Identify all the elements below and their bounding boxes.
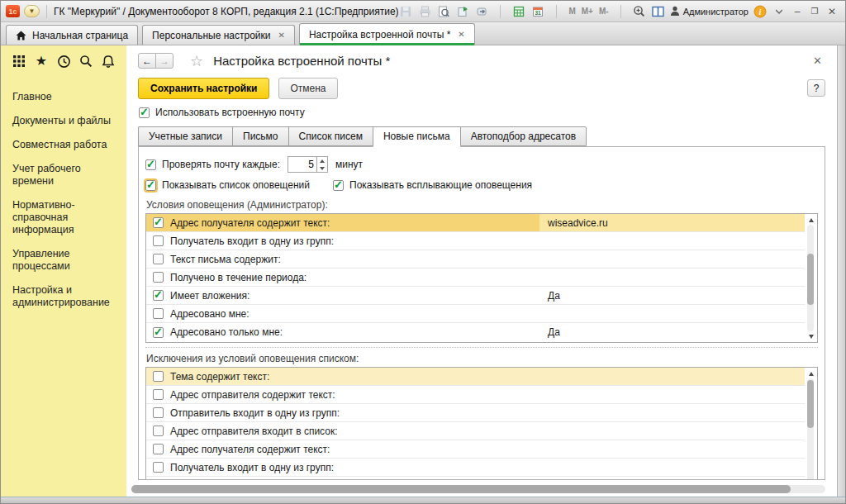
sidebar-item[interactable]: Нормативно-справочная информация xyxy=(1,193,126,242)
back-button[interactable]: ← xyxy=(138,53,156,69)
exclusion-row[interactable]: Тема содержит текст: xyxy=(146,368,805,386)
row-checkbox[interactable] xyxy=(153,389,164,400)
exclusion-row[interactable]: Адрес отправителя входит в список: xyxy=(146,422,805,440)
row-checkbox[interactable] xyxy=(153,235,164,246)
settings-tab[interactable]: Список писем xyxy=(288,126,373,146)
spinner-up-icon[interactable] xyxy=(317,157,327,164)
row-checkbox[interactable] xyxy=(153,444,164,454)
calculator-icon[interactable] xyxy=(511,4,526,18)
app-logo-1c-icon[interactable]: 1c xyxy=(6,5,20,17)
scroll-up-icon[interactable] xyxy=(805,369,817,378)
close-window-button[interactable]: ✕ xyxy=(825,6,839,17)
save-settings-button[interactable]: Сохранить настройки xyxy=(138,78,269,99)
exclusion-row[interactable]: Адрес получателя содержит текст: xyxy=(146,440,805,459)
row-checkbox[interactable] xyxy=(153,308,164,319)
conditions-scrollbar[interactable] xyxy=(805,214,817,342)
row-checkbox[interactable] xyxy=(153,426,164,436)
sidebar-item[interactable]: Учет рабочего времени xyxy=(1,157,126,193)
main-menu-button[interactable]: ▼ xyxy=(24,5,40,17)
window-tab[interactable]: Настройка встроенной почты *✕ xyxy=(299,23,475,45)
tab-close-icon[interactable]: ✕ xyxy=(458,30,464,39)
conditions-label: Условия оповещения (Администратор): xyxy=(145,195,818,213)
forward-button[interactable]: → xyxy=(155,53,173,69)
settings-tab[interactable]: Письмо xyxy=(232,126,288,146)
exclusion-row[interactable]: Текст письма содержит: xyxy=(146,477,805,480)
notifications-bell-icon[interactable] xyxy=(101,54,116,69)
settings-tab[interactable]: Учетные записи xyxy=(138,126,232,146)
exclusion-row[interactable]: Адрес отправителя содержит текст: xyxy=(146,386,805,404)
split-window-icon[interactable] xyxy=(651,4,666,18)
horizontal-scrollbar[interactable] xyxy=(131,485,825,493)
sidebar-item[interactable]: Настройка и администрирование xyxy=(1,278,126,315)
tab-close-icon[interactable]: ✕ xyxy=(278,31,285,40)
menu-grid-icon[interactable] xyxy=(12,54,26,69)
show-notification-list-checkbox[interactable] xyxy=(145,180,156,191)
print-icon[interactable] xyxy=(417,4,432,18)
current-user[interactable]: Администратор xyxy=(670,6,749,17)
cancel-button[interactable]: Отмена xyxy=(278,78,337,99)
memory-recall-button[interactable]: M xyxy=(568,7,576,16)
favorites-star-icon[interactable]: ★ xyxy=(34,54,49,69)
memory-add-button[interactable]: M+ xyxy=(581,7,594,16)
exclusions-scrollbar[interactable] xyxy=(805,368,817,480)
use-mail-checkbox[interactable] xyxy=(139,107,150,118)
exclusion-row[interactable]: Отправитель входит в одну из групп: xyxy=(146,404,805,422)
check-interval-input[interactable] xyxy=(288,157,316,172)
close-form-icon[interactable]: ✕ xyxy=(810,55,825,67)
condition-row[interactable]: Адресовано только мне:Да xyxy=(146,323,805,341)
settings-tab[interactable]: Автоподбор адресатов xyxy=(460,126,587,146)
show-popup-notifications-checkbox[interactable] xyxy=(333,180,344,191)
row-checkbox[interactable] xyxy=(153,462,164,473)
row-value: Да xyxy=(548,323,560,341)
info-button[interactable]: i xyxy=(753,4,768,18)
sidebar-tools: ★ xyxy=(1,45,126,74)
row-checkbox[interactable] xyxy=(153,272,164,283)
row-checkbox[interactable] xyxy=(153,217,164,228)
check-interval-spinner xyxy=(288,156,328,173)
minimize-button[interactable]: – xyxy=(791,6,804,17)
memory-subtract-button[interactable]: M- xyxy=(598,7,610,16)
favorite-star-icon[interactable]: ☆ xyxy=(190,52,203,70)
sidebar-item[interactable]: Главное xyxy=(1,85,126,109)
condition-row[interactable]: Адресовано мне: xyxy=(146,305,805,323)
go-link-icon[interactable] xyxy=(474,4,489,18)
save-icon[interactable] xyxy=(398,4,413,18)
sidebar-item[interactable]: Совместная работа xyxy=(1,133,126,157)
check-interval-checkbox[interactable] xyxy=(145,159,156,170)
row-checkbox[interactable] xyxy=(153,290,164,301)
history-clock-icon[interactable] xyxy=(56,54,71,69)
chevron-down-icon[interactable] xyxy=(772,4,787,18)
print-preview-icon[interactable] xyxy=(436,4,451,18)
spinner-down-icon[interactable] xyxy=(317,164,327,172)
row-checkbox[interactable] xyxy=(153,407,164,418)
condition-row[interactable]: Текст письма содержит: xyxy=(146,250,805,269)
window-tab[interactable]: Начальная страница xyxy=(6,25,138,45)
search-icon[interactable] xyxy=(78,54,93,69)
scrollbar-thumb[interactable] xyxy=(807,254,814,305)
maximize-button[interactable]: ❐ xyxy=(808,7,821,16)
window-right-frame xyxy=(837,45,845,497)
condition-row[interactable]: Имеет вложения:Да xyxy=(146,287,805,305)
scroll-up-icon[interactable] xyxy=(805,216,817,224)
scroll-down-icon[interactable] xyxy=(805,332,817,340)
row-checkbox[interactable] xyxy=(153,254,164,264)
window-tab[interactable]: Персональные настройки✕ xyxy=(142,25,295,45)
divider xyxy=(500,5,501,18)
condition-row[interactable]: Получатель входит в одну из групп: xyxy=(146,232,805,250)
calendar-icon[interactable]: 31 xyxy=(530,4,545,18)
exclusion-row[interactable]: Получатель входит в одну из групп: xyxy=(146,459,805,477)
svg-text:i: i xyxy=(759,7,762,16)
row-label: Текст письма содержит: xyxy=(170,254,281,265)
scrollbar-thumb[interactable] xyxy=(131,485,791,493)
condition-row[interactable]: Адрес получателя содержит текст:wiseadvi… xyxy=(146,214,805,232)
row-checkbox[interactable] xyxy=(153,371,164,382)
row-checkbox[interactable] xyxy=(153,327,164,338)
settings-tab[interactable]: Новые письма xyxy=(373,126,460,147)
sidebar-item[interactable]: Управление процессами xyxy=(1,242,126,278)
scrollbar-thumb[interactable] xyxy=(807,380,814,428)
help-button[interactable]: ? xyxy=(807,79,825,97)
condition-row[interactable]: Получено в течение периода: xyxy=(146,269,805,287)
sidebar-item[interactable]: Документы и файлы xyxy=(1,109,126,133)
get-link-icon[interactable] xyxy=(455,4,470,18)
zoom-icon[interactable] xyxy=(632,4,647,18)
